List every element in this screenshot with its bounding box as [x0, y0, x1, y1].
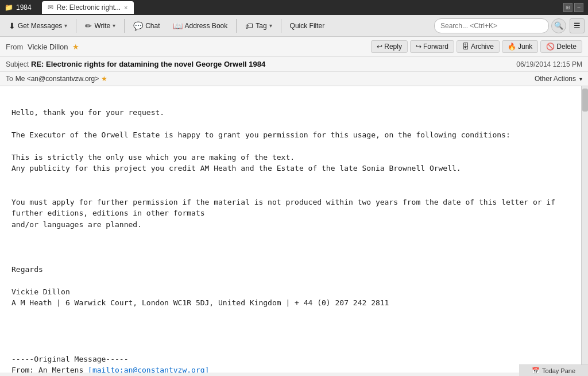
statusbar: 📅 Today Pane — [519, 365, 588, 376]
search-area: 🔍 ☰ — [434, 18, 585, 33]
chat-icon: 💬 — [133, 21, 143, 30]
tag-icon: 🏷 — [245, 21, 253, 30]
separator-4 — [281, 19, 281, 33]
to-label: To — [6, 75, 13, 83]
chat-button[interactable]: 💬 Chat — [128, 18, 165, 33]
from-name: Vickie Dillon — [28, 43, 68, 51]
get-messages-button[interactable]: ⬇ Get Messages ▾ — [3, 18, 72, 33]
body-line: Hello, thank you for your request. — [11, 107, 570, 118]
body-line — [11, 320, 570, 331]
tab-mail-icon: ✉ — [48, 3, 53, 11]
reply-icon: ↩ — [377, 43, 382, 51]
scrollbar[interactable] — [581, 86, 588, 373]
body-line — [11, 230, 570, 241]
win-restore-btn[interactable]: ⊞ — [563, 3, 572, 12]
quick-filter-button[interactable]: Quick Filter — [285, 19, 330, 33]
chat-label: Chat — [145, 22, 160, 30]
body-line — [11, 174, 570, 186]
folder-icon: 📁 — [5, 3, 13, 11]
body-line: -----Original Message----- — [11, 354, 570, 365]
body-line — [11, 118, 570, 129]
archive-label: Archive — [471, 43, 494, 51]
write-icon: ✏ — [85, 21, 92, 30]
tab-close-icon[interactable]: × — [124, 4, 127, 11]
hamburger-icon: ☰ — [574, 21, 581, 30]
tag-label: Tag — [256, 22, 266, 30]
action-buttons: ↩ Reply ↪ Forward 🗄 Archive 🔥 Junk 🚫 Del… — [371, 40, 582, 53]
folder-label: 1984 — [16, 3, 32, 11]
body-line: Regards — [11, 264, 570, 275]
write-button[interactable]: ✏ Write ▾ — [80, 18, 121, 33]
other-actions-label: Other Actions — [535, 75, 576, 83]
body-line — [11, 252, 570, 264]
quick-filter-label: Quick Filter — [290, 22, 325, 30]
from-label: From — [6, 43, 23, 51]
body-line — [11, 275, 570, 286]
to-star-icon[interactable]: ★ — [101, 75, 107, 83]
other-actions-arrow-icon: ▾ — [579, 76, 582, 82]
tab-label: Re: Electronic right... — [57, 3, 121, 11]
junk-button[interactable]: 🔥 Junk — [502, 40, 538, 53]
body-line — [11, 241, 570, 253]
toolbar: ⬇ Get Messages ▾ ✏ Write ▾ 💬 Chat 📖 Addr… — [0, 15, 588, 37]
date-text: 06/19/2014 12:15 PM — [516, 60, 582, 68]
other-actions-button[interactable]: Other Actions ▾ — [535, 75, 582, 83]
body-line — [11, 342, 570, 354]
archive-button[interactable]: 🗄 Archive — [457, 40, 500, 53]
menu-button[interactable]: ☰ — [570, 18, 585, 33]
search-icon: 🔍 — [554, 21, 563, 30]
tab[interactable]: ✉ Re: Electronic right... × — [42, 1, 134, 14]
body-line: Any publicity for this project you credi… — [11, 163, 570, 174]
body-line — [11, 140, 570, 152]
reply-label: Reply — [384, 43, 402, 51]
body-line: Vickie Dillon — [11, 286, 570, 298]
tag-arrow-icon: ▾ — [269, 22, 272, 29]
separator-3 — [236, 19, 237, 33]
junk-label: Junk — [518, 43, 532, 51]
body-line: You must apply for further permission if… — [11, 197, 570, 219]
search-input[interactable] — [434, 18, 549, 33]
message-body-container: Hello, thank you for your request. The E… — [0, 86, 588, 373]
forward-button[interactable]: ↪ Forward — [410, 40, 454, 53]
scrollbar-thumb[interactable] — [582, 89, 588, 112]
delete-label: Delete — [556, 43, 577, 51]
tag-button[interactable]: 🏷 Tag ▾ — [240, 18, 277, 33]
get-messages-label: Get Messages — [18, 22, 62, 30]
get-messages-icon: ⬇ — [9, 21, 16, 30]
get-messages-arrow-icon: ▾ — [64, 22, 67, 29]
address-book-button[interactable]: 📖 Address Book — [168, 18, 233, 33]
reply-button[interactable]: ↩ Reply — [371, 40, 408, 53]
email-link-1[interactable]: [mailto:an@constantvzw.org] — [88, 366, 209, 373]
separator-2 — [124, 19, 125, 33]
today-pane-icon: 📅 — [532, 367, 540, 374]
from-area: From Vickie Dillon ★ — [6, 43, 371, 51]
win-close-btn[interactable]: – — [574, 3, 583, 12]
write-label: Write — [94, 22, 110, 30]
delete-button[interactable]: 🚫 Delete — [540, 40, 582, 53]
junk-icon: 🔥 — [508, 43, 516, 51]
forward-label: Forward — [423, 43, 448, 51]
to-row: To Me <an@constantvzw.org> ★ Other Actio… — [0, 72, 588, 86]
body-line: and/or languages are planned. — [11, 219, 570, 231]
address-book-label: Address Book — [185, 22, 228, 30]
subject-text: RE: Electronic rights for datamining the… — [31, 60, 516, 68]
subject-row: Subject RE: Electronic rights for datami… — [0, 57, 588, 72]
to-address: Me <an@constantvzw.org> — [16, 75, 99, 83]
window-controls: ⊞ – — [563, 3, 583, 12]
archive-icon: 🗄 — [462, 43, 469, 51]
titlebar: 📁 1984 ✉ Re: Electronic right... × ⊞ – — [0, 0, 588, 15]
delete-icon: 🚫 — [546, 43, 555, 51]
body-line: This is strictly the only use which you … — [11, 152, 570, 163]
body-line: The Executor of the Orwell Estate is hap… — [11, 129, 570, 141]
body-line — [11, 331, 570, 343]
today-pane-label: Today Pane — [542, 367, 575, 374]
subject-label: Subject — [6, 60, 29, 68]
search-button[interactable]: 🔍 — [551, 18, 566, 33]
message-header: From Vickie Dillon ★ ↩ Reply ↪ Forward 🗄… — [0, 37, 588, 86]
from-row: From Vickie Dillon ★ ↩ Reply ↪ Forward 🗄… — [0, 37, 588, 57]
message-body: Hello, thank you for your request. The E… — [0, 86, 581, 373]
from-star-icon[interactable]: ★ — [72, 43, 79, 51]
body-line — [11, 309, 570, 320]
body-line: A M Heath | 6 Warwick Court, London WC1R… — [11, 297, 570, 309]
write-arrow-icon: ▾ — [113, 22, 115, 29]
